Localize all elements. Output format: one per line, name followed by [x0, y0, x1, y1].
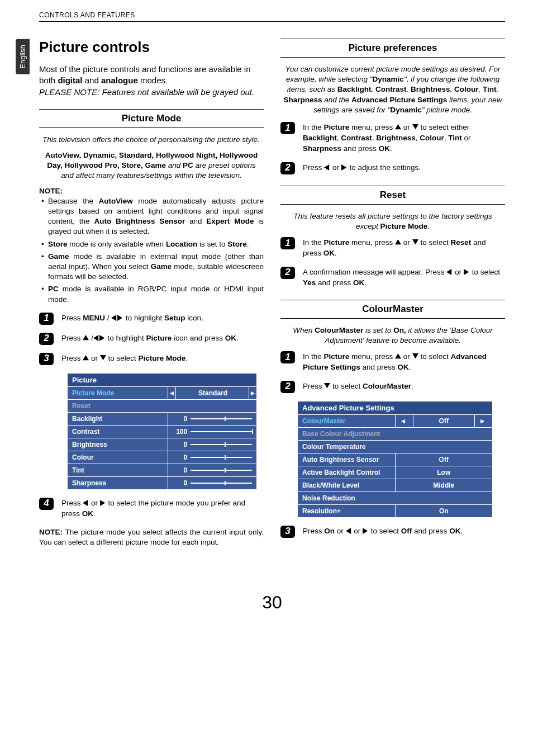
osd2-row: Colour Temperature: [298, 440, 493, 453]
osd-advanced-table: Advanced Picture Settings ColourMaster◄O…: [297, 401, 493, 518]
t: PLEASE NOTE: Features not available will…: [39, 87, 254, 97]
footnote: NOTE: The picture mode you select affect…: [39, 527, 264, 547]
step-text: Press or to adjust the settings.: [303, 162, 505, 173]
svg-marker-7: [83, 500, 88, 506]
svg-marker-4: [99, 335, 104, 341]
osd-row: Contrast100: [68, 425, 257, 438]
osd-row: Sharpness0: [68, 476, 257, 489]
step-text: A confirmation message will appear. Pres…: [303, 267, 505, 289]
step-number-icon: 2: [280, 162, 295, 174]
step: 2A confirmation message will appear. Pre…: [280, 267, 505, 289]
svg-marker-21: [363, 528, 368, 534]
note-heading: NOTE:: [39, 187, 264, 195]
t: Dynamic: [391, 106, 422, 114]
osd2-row: Active Backlight ControlLow: [298, 466, 493, 479]
osd-picture-table: Picture Picture Mode◄Standard►ResetBackl…: [67, 373, 257, 490]
step-number-icon: 2: [280, 381, 295, 393]
step-number-icon: 2: [39, 333, 54, 345]
cm-lead: When ColourMaster is set to On, it allow…: [284, 325, 502, 346]
osd2-row: Noise Reduction: [298, 492, 493, 504]
t: modes.: [138, 75, 168, 85]
right-column: Picture preferences You can customize cu…: [280, 39, 505, 547]
step-text: Press / to highlight Picture icon and pr…: [61, 333, 264, 344]
svg-marker-10: [412, 124, 418, 129]
step-number-icon: 1: [39, 313, 54, 325]
note-item: Because the AutoView mode automatically …: [41, 196, 264, 237]
svg-marker-19: [324, 383, 330, 388]
svg-marker-2: [83, 335, 89, 340]
t: When: [293, 326, 315, 334]
t: NOTE:: [39, 528, 63, 536]
note-item: PC mode is available in RGB/PC input mod…: [41, 284, 264, 304]
svg-marker-16: [464, 269, 469, 275]
language-tab: English: [16, 39, 30, 74]
step: 3Press On or or to select Off and press …: [280, 526, 505, 538]
t: and the: [322, 96, 352, 104]
page-number: 30: [39, 592, 505, 613]
svg-marker-12: [341, 164, 346, 171]
section-colourmaster: ColourMaster: [280, 300, 505, 319]
step-text: Press On or or to select Off and press O…: [303, 526, 505, 537]
t: .: [427, 222, 430, 230]
picture-mode-lead: This television offers the choice of per…: [42, 135, 260, 145]
prefs-lead: You can customize current picture mode s…: [280, 64, 505, 115]
step-number-icon: 3: [39, 353, 54, 365]
osd-row: Tint0: [68, 464, 257, 476]
osd-title: Picture: [68, 373, 257, 386]
t: and: [83, 75, 101, 85]
step: 1In the Picture menu, press or to select…: [280, 237, 505, 259]
svg-marker-14: [412, 239, 418, 244]
note-item: Store mode is only available when Locati…: [41, 239, 264, 249]
osd-row: Picture Mode◄Standard►: [68, 386, 257, 399]
osd2-row: Auto Brightness SensorOff: [298, 453, 493, 466]
svg-marker-13: [395, 239, 401, 244]
osd-row: Brightness0: [68, 438, 257, 451]
step: 2Press or to adjust the settings.: [280, 162, 505, 174]
step-number-icon: 3: [280, 526, 295, 538]
osd2-row: Base Colour Adjustment: [298, 427, 493, 440]
step-number-icon: 1: [280, 122, 295, 134]
svg-marker-11: [324, 164, 329, 171]
svg-marker-6: [100, 355, 106, 360]
svg-marker-9: [395, 124, 401, 129]
step-text: Press or to select the picture mode you …: [61, 498, 264, 519]
t: is set to: [363, 326, 393, 334]
step-text: In the Picture menu, press or to select …: [303, 351, 505, 373]
osd-row: Reset: [68, 399, 257, 412]
t: Advanced Picture Settings: [351, 96, 447, 104]
section-picture-prefs: Picture preferences: [280, 39, 505, 58]
t: Picture Mode: [380, 222, 428, 230]
left-column: Picture controls Most of the picture con…: [39, 39, 264, 547]
step-number-icon: 1: [280, 351, 295, 363]
step: 4Press or to select the picture mode you…: [39, 498, 264, 519]
content-columns: Picture controls Most of the picture con…: [39, 39, 505, 547]
step-text: In the Picture menu, press or to select …: [303, 122, 505, 154]
t: analogue: [101, 75, 138, 85]
step: 2Press / to highlight Picture icon and p…: [39, 333, 264, 345]
osd2-row: Resolution+On: [298, 504, 493, 517]
svg-marker-1: [117, 315, 122, 321]
osd-row: Colour0: [68, 451, 257, 464]
osd2-row: Black/White LevelMiddle: [298, 479, 493, 492]
t: The picture mode you select affects the …: [39, 528, 264, 546]
osd2-row: ColourMaster◄Off►: [298, 414, 493, 427]
step-number-icon: 4: [39, 498, 54, 510]
step-text: Press to select ColourMaster.: [303, 381, 505, 392]
step: 1In the Picture menu, press or to select…: [280, 351, 505, 373]
intro-text: Most of the picture controls and functio…: [39, 64, 264, 98]
note-item: Game mode is available in external input…: [41, 252, 264, 282]
t: On,: [393, 326, 406, 334]
svg-marker-5: [83, 355, 89, 360]
t: Dynamic: [373, 75, 404, 83]
step-text: In the Picture menu, press or to select …: [303, 237, 505, 259]
page-title: Picture controls: [39, 39, 264, 56]
svg-marker-0: [111, 315, 116, 321]
osd-row: Backlight0: [68, 412, 257, 425]
svg-marker-17: [395, 353, 401, 358]
step: 3Press or to select Picture Mode.: [39, 353, 264, 365]
picture-mode-options: AutoView, Dynamic, Standard, Hollywood N…: [42, 150, 260, 181]
t: and: [166, 161, 183, 169]
step-number-icon: 1: [280, 237, 295, 249]
svg-marker-18: [412, 353, 418, 358]
t: ColourMaster: [315, 326, 363, 334]
